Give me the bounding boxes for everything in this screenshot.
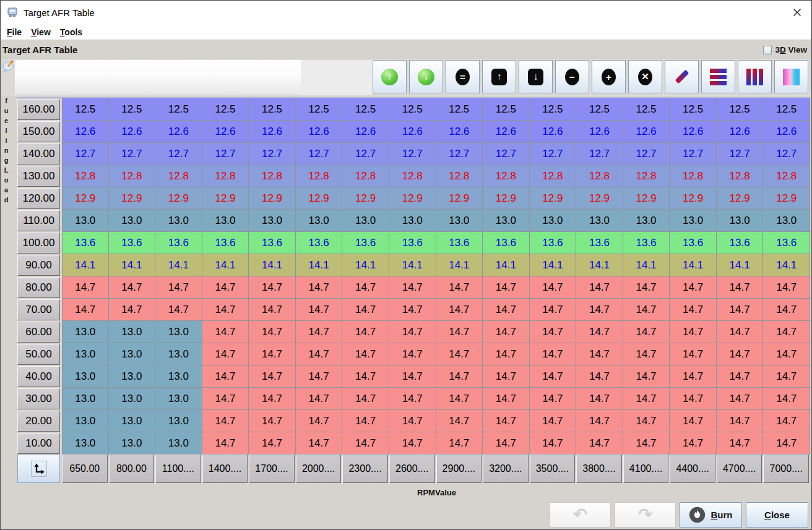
- afr-cell[interactable]: 14.1: [249, 254, 296, 276]
- afr-cell[interactable]: 13.0: [109, 388, 156, 410]
- afr-cell[interactable]: 14.7: [530, 299, 577, 321]
- afr-cell[interactable]: 12.9: [109, 187, 156, 210]
- afr-cell[interactable]: 14.7: [436, 410, 483, 432]
- afr-cell[interactable]: 13.6: [155, 232, 202, 254]
- afr-cell[interactable]: 12.6: [249, 121, 296, 143]
- afr-cell[interactable]: 12.7: [623, 143, 670, 165]
- afr-cell[interactable]: 12.8: [342, 165, 389, 187]
- color-scale-button[interactable]: [774, 60, 808, 93]
- afr-cell[interactable]: 14.7: [530, 365, 577, 388]
- afr-cell[interactable]: 13.0: [202, 210, 249, 232]
- afr-cell[interactable]: 14.7: [483, 432, 530, 455]
- afr-cell[interactable]: 14.7: [623, 321, 670, 343]
- afr-cell[interactable]: 14.7: [483, 365, 530, 388]
- close-button[interactable]: Close: [746, 502, 808, 528]
- afr-cell[interactable]: 12.9: [62, 187, 109, 210]
- afr-cell[interactable]: 14.7: [342, 432, 389, 455]
- afr-cell[interactable]: 12.7: [296, 143, 343, 165]
- afr-cell[interactable]: 14.7: [623, 343, 670, 365]
- afr-cell[interactable]: 14.7: [670, 410, 717, 432]
- afr-cell[interactable]: 14.7: [717, 321, 764, 343]
- afr-cell[interactable]: 12.8: [202, 165, 249, 187]
- afr-cell[interactable]: 12.9: [763, 187, 810, 210]
- afr-cell[interactable]: 14.7: [763, 299, 810, 321]
- afr-cell[interactable]: 12.7: [342, 143, 389, 165]
- afr-cell[interactable]: 12.5: [62, 98, 109, 121]
- afr-cell[interactable]: 14.1: [763, 254, 810, 276]
- afr-cell[interactable]: 14.7: [389, 410, 436, 432]
- afr-cell[interactable]: 14.7: [342, 410, 389, 432]
- menu-view[interactable]: View: [31, 27, 51, 37]
- afr-cell[interactable]: 14.7: [389, 388, 436, 410]
- afr-cell[interactable]: 14.7: [530, 321, 577, 343]
- afr-cell[interactable]: 14.7: [530, 276, 577, 299]
- afr-cell[interactable]: 14.7: [296, 388, 343, 410]
- afr-cell[interactable]: 13.0: [717, 210, 764, 232]
- afr-cell[interactable]: 14.7: [436, 321, 483, 343]
- afr-cell[interactable]: 12.7: [483, 143, 530, 165]
- afr-cell[interactable]: 14.7: [483, 343, 530, 365]
- afr-cell[interactable]: 14.7: [155, 299, 202, 321]
- afr-cell[interactable]: 14.1: [109, 254, 156, 276]
- afr-cell[interactable]: 14.7: [763, 276, 810, 299]
- afr-cell[interactable]: 12.8: [296, 165, 343, 187]
- afr-cell[interactable]: 14.7: [389, 365, 436, 388]
- axis-corner-button[interactable]: [17, 455, 60, 483]
- afr-cell[interactable]: 13.6: [483, 232, 530, 254]
- afr-cell[interactable]: 13.6: [576, 232, 623, 254]
- afr-cell[interactable]: 12.8: [623, 165, 670, 187]
- afr-cell[interactable]: 14.1: [342, 254, 389, 276]
- afr-cell[interactable]: 13.6: [530, 232, 577, 254]
- interpolate-button[interactable]: [665, 60, 699, 93]
- afr-cell[interactable]: 12.5: [389, 98, 436, 121]
- multiply-button[interactable]: ✕: [628, 60, 662, 93]
- afr-cell[interactable]: 14.7: [717, 343, 764, 365]
- afr-cell[interactable]: 13.0: [623, 210, 670, 232]
- afr-cell[interactable]: 14.7: [342, 321, 389, 343]
- menu-file[interactable]: File: [7, 27, 22, 37]
- afr-cell[interactable]: 12.9: [296, 187, 343, 210]
- afr-cell[interactable]: 12.9: [436, 187, 483, 210]
- afr-cell[interactable]: 12.6: [483, 121, 530, 143]
- afr-cell[interactable]: 12.5: [155, 98, 202, 121]
- afr-cell[interactable]: 12.5: [717, 98, 764, 121]
- afr-cell[interactable]: 13.0: [155, 321, 202, 343]
- afr-cell[interactable]: 14.7: [436, 299, 483, 321]
- afr-cell[interactable]: 13.0: [670, 210, 717, 232]
- afr-cell[interactable]: 12.6: [109, 121, 156, 143]
- afr-cell[interactable]: 12.5: [342, 98, 389, 121]
- afr-cell[interactable]: 14.7: [342, 343, 389, 365]
- afr-cell[interactable]: 12.6: [763, 121, 810, 143]
- afr-cell[interactable]: 12.5: [296, 98, 343, 121]
- afr-cell[interactable]: 12.6: [342, 121, 389, 143]
- afr-cell[interactable]: 14.7: [342, 388, 389, 410]
- afr-cell[interactable]: 12.8: [576, 165, 623, 187]
- afr-cell[interactable]: 14.7: [109, 276, 156, 299]
- afr-cell[interactable]: 13.0: [155, 343, 202, 365]
- afr-cell[interactable]: 12.8: [763, 165, 810, 187]
- afr-cell[interactable]: 12.5: [530, 98, 577, 121]
- afr-cell[interactable]: 12.7: [436, 143, 483, 165]
- afr-cell[interactable]: 13.6: [249, 232, 296, 254]
- afr-cell[interactable]: 14.1: [717, 254, 764, 276]
- view-3d-checkbox[interactable]: [763, 46, 772, 54]
- afr-cell[interactable]: 12.9: [670, 187, 717, 210]
- afr-cell[interactable]: 14.7: [436, 365, 483, 388]
- afr-cell[interactable]: 13.0: [483, 210, 530, 232]
- afr-cell[interactable]: 14.7: [576, 410, 623, 432]
- afr-cell[interactable]: 14.1: [202, 254, 249, 276]
- afr-cell[interactable]: 14.7: [576, 343, 623, 365]
- afr-cell[interactable]: 14.7: [670, 299, 717, 321]
- afr-cell[interactable]: 12.7: [202, 143, 249, 165]
- close-window-icon[interactable]: [792, 7, 802, 17]
- menu-tools[interactable]: Tools: [60, 27, 82, 37]
- raise-values-button[interactable]: ↑: [373, 60, 407, 93]
- afr-cell[interactable]: 13.0: [109, 321, 156, 343]
- afr-cell[interactable]: 12.5: [763, 98, 810, 121]
- afr-cell[interactable]: 12.9: [483, 187, 530, 210]
- afr-cell[interactable]: 14.7: [249, 365, 296, 388]
- afr-cell[interactable]: 12.6: [576, 121, 623, 143]
- afr-cell[interactable]: 14.7: [670, 321, 717, 343]
- afr-cell[interactable]: 14.7: [623, 432, 670, 455]
- afr-cell[interactable]: 14.7: [202, 432, 249, 455]
